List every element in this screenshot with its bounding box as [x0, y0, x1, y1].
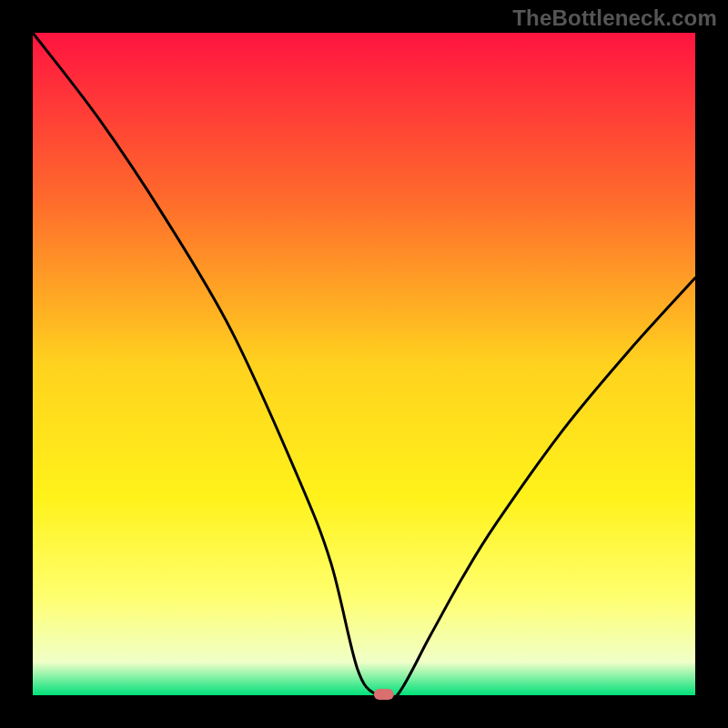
watermark-text: TheBottleneck.com: [512, 5, 717, 31]
plot-background: [33, 33, 695, 695]
bottleneck-chart: [0, 0, 728, 728]
optimal-marker: [374, 689, 394, 700]
chart-frame: TheBottleneck.com: [0, 0, 728, 728]
